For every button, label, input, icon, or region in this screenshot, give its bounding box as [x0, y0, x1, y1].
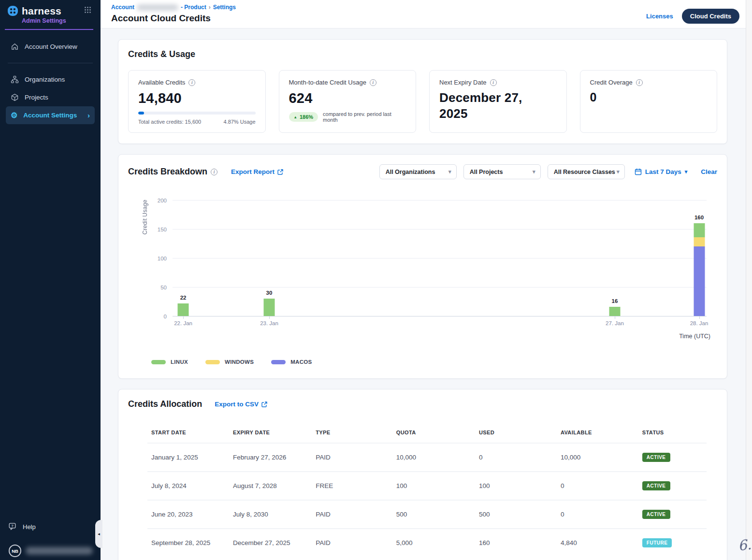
help-label: Help [23, 523, 36, 531]
credits-usage-title: Credits & Usage [128, 49, 717, 59]
credits-progress-fill [138, 112, 144, 115]
sidebar: harness Admin Settings Account Overview … [0, 0, 101, 560]
export-csv-label: Export to CSV [215, 401, 259, 408]
available-credits-card: Available Credits i 14,840 Total active … [128, 70, 266, 133]
bar-segment-linux[interactable] [178, 303, 189, 316]
column-header: TYPE [312, 427, 392, 443]
x-tick-label: 22. Jan [174, 320, 192, 326]
gridline [173, 200, 707, 201]
gridline [173, 229, 707, 230]
export-csv-link[interactable]: Export to CSV [215, 401, 267, 408]
cell-available: 10,000 [557, 443, 638, 472]
info-icon[interactable]: i [211, 169, 217, 175]
credits-allocation-card: Credits Allocation Export to CSV START D… [118, 389, 727, 560]
licenses-link[interactable]: Licenses [646, 13, 673, 20]
next-expiry-value: December 27, 2025 [439, 90, 534, 122]
available-credits-label: Available Credits [138, 79, 185, 86]
cell-quota: 5,000 [392, 529, 475, 557]
legend-item-macos[interactable]: MACOS [271, 359, 312, 365]
legend-item-linux[interactable]: LINUX [151, 359, 188, 365]
chevron-down-icon: ▾ [448, 169, 451, 175]
table-row: June 20, 2023July 8, 2030PAID5005000ACTI… [147, 500, 707, 529]
cell-status: ACTIVE [638, 500, 707, 529]
brand-subtitle: Admin Settings [22, 17, 92, 24]
organizations-filter-value: All Organizations [386, 169, 435, 175]
gear-icon: ⚙ [11, 112, 17, 119]
x-tick-label: 23. Jan [260, 320, 278, 326]
cell-status: ACTIVE [638, 472, 707, 500]
legend-label: LINUX [171, 359, 188, 365]
date-range-picker[interactable]: Last 7 Days ▾ [635, 168, 688, 175]
bar-segment-linux[interactable] [264, 299, 275, 316]
brand-block: harness Admin Settings [5, 0, 93, 30]
table-row: September 28, 2025December 27, 2025PAID5… [147, 529, 707, 557]
cell-start_date: January 1, 2025 [147, 443, 229, 472]
breadcrumb-account-link[interactable]: Account [111, 4, 134, 11]
chart-bar-28Jan[interactable] [694, 223, 705, 316]
info-icon[interactable]: i [188, 79, 195, 86]
bar-segment-macos[interactable] [694, 246, 705, 316]
sidebar-item-account-settings[interactable]: ⚙ Account Settings › [6, 106, 95, 124]
cell-expiry_date: August 7, 2028 [229, 472, 312, 500]
clear-filters-link[interactable]: Clear [701, 168, 717, 175]
chart-bar-23Jan[interactable] [264, 299, 275, 316]
x-tick-mark [699, 316, 700, 319]
external-link-icon [277, 169, 283, 175]
brand-name: harness [22, 5, 61, 17]
avatar[interactable]: NB [9, 545, 21, 557]
gridline [173, 258, 707, 258]
credit-overage-label: Credit Overage [590, 79, 633, 86]
bar-segment-linux[interactable] [609, 307, 620, 316]
column-header: EXPIRY DATE [229, 427, 312, 443]
chart-bar-27Jan[interactable] [609, 307, 620, 316]
bar-segment-linux[interactable] [694, 223, 705, 237]
y-tick-label: 0 [164, 314, 167, 319]
cell-status: FUTURE [638, 529, 707, 557]
legend-item-windows[interactable]: WINDOWS [205, 359, 254, 365]
legend-swatch [205, 360, 220, 364]
handwritten-mark: 6. [738, 536, 752, 554]
breadcrumb-settings-link[interactable]: Settings [213, 4, 236, 11]
external-link-icon [261, 402, 267, 407]
page-scrollbar[interactable] [746, 0, 752, 560]
info-icon[interactable]: i [490, 79, 497, 86]
bar-segment-windows[interactable] [694, 237, 705, 246]
trend-note: compared to prev. period last month [323, 111, 406, 123]
table-header-row: START DATEEXPIRY DATETYPEQUOTAUSEDAVAILA… [147, 427, 707, 443]
cell-type: PAID [312, 500, 392, 529]
export-report-link[interactable]: Export Report [231, 168, 283, 175]
help-button[interactable]: ? Help [9, 523, 93, 531]
sidebar-item-organizations[interactable]: Organizations [6, 71, 95, 88]
cell-start_date: June 20, 2023 [147, 500, 229, 529]
organizations-filter-select[interactable]: All Organizations ▾ [379, 164, 457, 179]
cell-quota: 100 [392, 472, 475, 500]
chart-plot: 050100150200223016160 [173, 201, 707, 316]
chart-bar-22Jan[interactable] [178, 303, 189, 316]
sidebar-item-label: Projects [25, 94, 48, 101]
sidebar-item-account-overview[interactable]: Account Overview [6, 38, 95, 56]
app-switcher-icon[interactable] [83, 5, 92, 16]
projects-filter-select[interactable]: All Projects ▾ [463, 164, 541, 179]
breadcrumb-product-link[interactable]: - Product [181, 4, 206, 11]
cell-used: 0 [475, 443, 557, 472]
user-profile[interactable]: NB [9, 545, 93, 558]
main-area: Account- Product›Settings Account Cloud … [101, 0, 752, 560]
credits-breakdown-card: Credits Breakdown i Export Report All Or… [118, 154, 727, 379]
available-credits-value: 14,840 [138, 90, 256, 106]
column-header: AVAILABLE [557, 427, 638, 443]
sidebar-collapse-handle[interactable]: ◂ [95, 520, 102, 548]
credits-allocation-title: Credits Allocation [128, 399, 202, 409]
next-expiry-label: Next Expiry Date [439, 79, 487, 86]
info-icon[interactable]: i [636, 79, 643, 86]
resource-classes-filter-select[interactable]: All Resource Classes ▾ [548, 164, 625, 179]
calendar-icon [635, 168, 642, 175]
page-title: Account Cloud Credits [111, 13, 236, 24]
y-tick-label: 150 [158, 227, 167, 232]
topbar: Account- Product›Settings Account Cloud … [101, 0, 752, 29]
table-row: July 8, 2024August 7, 2028FREE1001000ACT… [147, 472, 707, 500]
cell-available: 0 [557, 500, 638, 529]
info-icon[interactable]: i [370, 79, 376, 86]
trend-percent: 186% [300, 114, 313, 120]
sidebar-item-projects[interactable]: Projects [6, 88, 95, 106]
cloud-credits-button[interactable]: Cloud Credits [682, 9, 739, 24]
